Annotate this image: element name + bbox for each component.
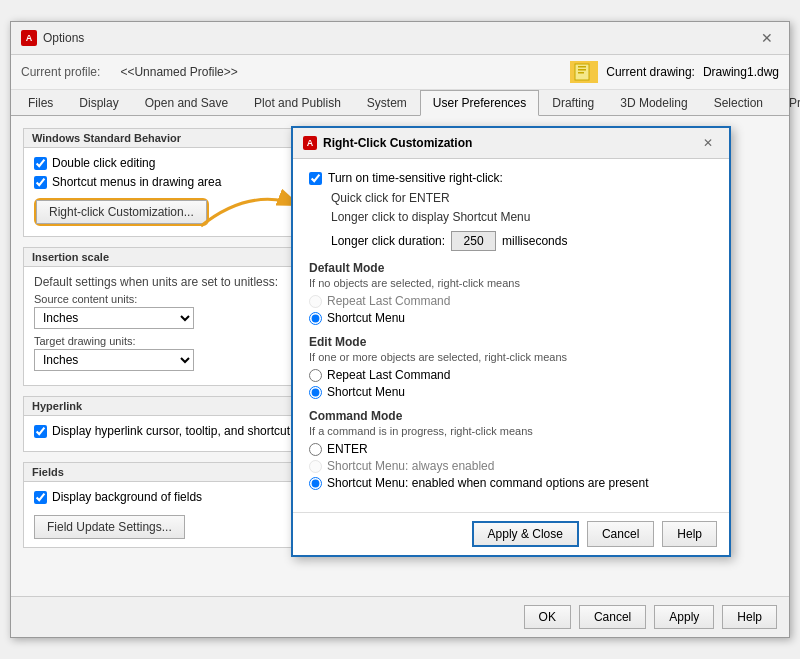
tab-selection[interactable]: Selection [701, 90, 776, 115]
dialog-close-button[interactable]: ✕ [697, 134, 719, 152]
tab-system[interactable]: System [354, 90, 420, 115]
duration-input[interactable] [451, 231, 496, 251]
longer-click-label: Longer click to display Shortcut Menu [331, 208, 713, 227]
current-drawing-value: Drawing1.dwg [703, 65, 779, 79]
default-mode-repeat-radio[interactable] [309, 295, 322, 308]
dialog-title: Right-Click Customization [323, 136, 472, 150]
edit-mode-subtitle: If one or more objects are selected, rig… [309, 351, 713, 363]
source-units-select[interactable]: Inches Millimeters Feet [34, 307, 194, 329]
tab-3d-modeling[interactable]: 3D Modeling [607, 90, 700, 115]
command-mode-always-label: Shortcut Menu: always enabled [327, 459, 494, 473]
field-update-settings-button[interactable]: Field Update Settings... [34, 515, 185, 539]
duration-row: Longer click duration: milliseconds [331, 231, 713, 251]
ok-button[interactable]: OK [524, 605, 571, 629]
drawing-icon [570, 61, 598, 83]
profile-bar: Current profile: <<Unnamed Profile>> Cur… [11, 55, 789, 90]
right-click-btn-wrapper: Right-click Customization... [34, 198, 209, 226]
title-bar: A Options ✕ [11, 22, 789, 55]
cancel-button[interactable]: Cancel [579, 605, 646, 629]
fields-checkbox[interactable] [34, 491, 47, 504]
edit-mode-shortcut-label: Shortcut Menu [327, 385, 405, 399]
default-mode-shortcut-row: Shortcut Menu [309, 311, 713, 325]
window-title: Options [43, 31, 84, 45]
tab-user-preferences[interactable]: User Preferences [420, 90, 539, 116]
tab-display[interactable]: Display [66, 90, 131, 115]
default-mode-title: Default Mode [309, 261, 713, 275]
dialog-title-left: A Right-Click Customization [303, 136, 472, 150]
tab-files[interactable]: Files [15, 90, 66, 115]
dialog-cancel-button[interactable]: Cancel [587, 521, 654, 547]
svg-rect-1 [578, 66, 586, 68]
hyperlink-checkbox[interactable] [34, 425, 47, 438]
tab-drafting[interactable]: Drafting [539, 90, 607, 115]
right-click-dialog: A Right-Click Customization ✕ Turn on ti… [291, 126, 731, 557]
svg-rect-2 [578, 69, 586, 71]
window-close-button[interactable]: ✕ [755, 28, 779, 48]
click-descriptions: Quick click for ENTER Longer click to di… [331, 189, 713, 227]
shortcut-menus-checkbox[interactable] [34, 176, 47, 189]
main-footer: OK Cancel Apply Help [11, 596, 789, 637]
command-mode-present-radio[interactable] [309, 477, 322, 490]
tab-profiles[interactable]: Profiles [776, 90, 800, 115]
shortcut-menus-label: Shortcut menus in drawing area [52, 175, 221, 189]
dialog-title-bar: A Right-Click Customization ✕ [293, 128, 729, 159]
edit-mode-title: Edit Mode [309, 335, 713, 349]
dialog-autocad-icon: A [303, 136, 317, 150]
default-mode-shortcut-radio[interactable] [309, 312, 322, 325]
command-mode-always-radio[interactable] [309, 460, 322, 473]
default-mode-shortcut-label: Shortcut Menu [327, 311, 405, 325]
duration-label: Longer click duration: [331, 234, 445, 248]
dialog-help-button[interactable]: Help [662, 521, 717, 547]
tab-open-save[interactable]: Open and Save [132, 90, 241, 115]
command-mode-always-row: Shortcut Menu: always enabled [309, 459, 713, 473]
drawing-section: Current drawing: Drawing1.dwg [570, 61, 779, 83]
dialog-footer: Apply & Close Cancel Help [293, 512, 729, 555]
main-content: Windows Standard Behavior Double click e… [11, 116, 789, 596]
quick-click-label: Quick click for ENTER [331, 189, 713, 208]
command-mode-section: Command Mode If a command is in progress… [309, 409, 713, 490]
command-mode-enter-row: ENTER [309, 442, 713, 456]
edit-mode-section: Edit Mode If one or more objects are sel… [309, 335, 713, 399]
help-button[interactable]: Help [722, 605, 777, 629]
default-mode-section: Default Mode If no objects are selected,… [309, 261, 713, 325]
command-mode-present-row: Shortcut Menu: enabled when command opti… [309, 476, 713, 490]
default-mode-subtitle: If no objects are selected, right-click … [309, 277, 713, 289]
default-mode-repeat-label: Repeat Last Command [327, 294, 450, 308]
apply-button[interactable]: Apply [654, 605, 714, 629]
current-profile-value: <<Unnamed Profile>> [120, 65, 237, 79]
default-mode-repeat-row: Repeat Last Command [309, 294, 713, 308]
edit-mode-repeat-radio[interactable] [309, 369, 322, 382]
edit-mode-shortcut-row: Shortcut Menu [309, 385, 713, 399]
edit-mode-repeat-label: Repeat Last Command [327, 368, 450, 382]
tab-plot-publish[interactable]: Plot and Publish [241, 90, 354, 115]
fields-label: Display background of fields [52, 490, 202, 504]
command-mode-enter-label: ENTER [327, 442, 368, 456]
double-click-label: Double click editing [52, 156, 155, 170]
current-drawing-label: Current drawing: [606, 65, 695, 79]
time-sensitive-label: Turn on time-sensitive right-click: [328, 171, 503, 185]
command-mode-title: Command Mode [309, 409, 713, 423]
current-profile-label: Current profile: [21, 65, 100, 79]
target-units-select[interactable]: Inches Millimeters Feet [34, 349, 194, 371]
time-sensitive-row: Turn on time-sensitive right-click: [309, 171, 713, 185]
apply-close-button[interactable]: Apply & Close [472, 521, 579, 547]
command-mode-enter-radio[interactable] [309, 443, 322, 456]
time-sensitive-checkbox[interactable] [309, 172, 322, 185]
autocad-icon: A [21, 30, 37, 46]
milliseconds-label: milliseconds [502, 234, 567, 248]
right-click-customization-button[interactable]: Right-click Customization... [36, 200, 207, 224]
double-click-checkbox[interactable] [34, 157, 47, 170]
tabs-bar: Files Display Open and Save Plot and Pub… [11, 90, 789, 116]
hyperlink-label: Display hyperlink cursor, tooltip, and s… [52, 424, 323, 438]
edit-mode-shortcut-radio[interactable] [309, 386, 322, 399]
dialog-body: Turn on time-sensitive right-click: Quic… [293, 159, 729, 512]
options-window: A Options ✕ Current profile: <<Unnamed P… [10, 21, 790, 638]
title-bar-left: A Options [21, 30, 84, 46]
svg-rect-3 [578, 72, 584, 74]
edit-mode-repeat-row: Repeat Last Command [309, 368, 713, 382]
command-mode-present-label: Shortcut Menu: enabled when command opti… [327, 476, 649, 490]
command-mode-subtitle: If a command is in progress, right-click… [309, 425, 713, 437]
